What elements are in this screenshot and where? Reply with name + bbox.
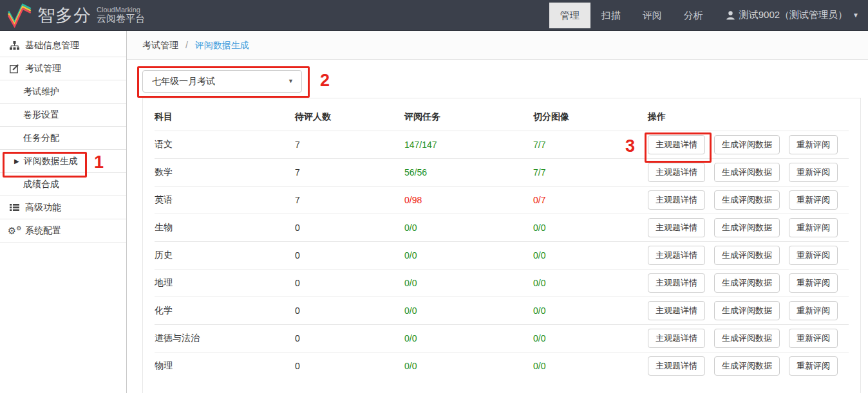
tab-analyze[interactable]: 分析 [673,3,714,28]
re-review-button[interactable]: 重新评阅 [789,135,838,154]
sidebar-item-label: 高级功能 [25,202,61,214]
edit-icon [9,64,20,73]
generate-review-data-button[interactable]: 生成评阅数据 [714,273,780,293]
caret-down-icon: ▼ [853,12,859,19]
sidebar-item-paper-setting[interactable]: 卷形设置 [0,104,126,127]
subjective-detail-button[interactable]: 主观题详情 [648,301,705,320]
generate-review-data-button[interactable]: 生成评阅数据 [714,329,780,348]
gears-icon: ⚙⚙ [9,226,20,235]
pending-cell: 0 [295,297,404,325]
re-review-button[interactable]: 重新评阅 [789,246,838,265]
sidebar-item-label: 评阅数据生成 [24,156,78,167]
pending-cell: 0 [295,270,404,297]
table-row: 历史 0 0/0 0/0 主观题详情生成评阅数据重新评阅 [155,242,849,270]
generate-review-data-button[interactable]: 生成评阅数据 [714,135,780,154]
table-row: 化学 0 0/0 0/0 主观题详情生成评阅数据重新评阅 [155,297,849,325]
table-header-row: 科目 待评人数 评阅任务 切分图像 操作 [155,102,849,131]
table-row: 生物 0 0/0 0/0 主观题详情生成评阅数据重新评阅 [155,214,849,242]
tab-scan[interactable]: 扫描 [590,3,632,28]
images-cell: 7/7 [533,159,648,187]
subjective-detail-button[interactable]: 主观题详情 [648,135,705,154]
re-review-button[interactable]: 重新评阅 [789,356,838,376]
list-icon [9,203,20,212]
table-row: 语文 7 147/147 7/7 主观题详情生成评阅数据重新评阅 [155,131,849,159]
subjective-detail-button[interactable]: 主观题详情 [648,246,705,265]
tasks-cell: 0/0 [404,297,533,325]
sidebar-item-exam-manage[interactable]: 考试管理 [0,57,126,80]
sidebar-item-advanced[interactable]: 高级功能 [0,196,126,219]
sidebar-item-basic-info[interactable]: 基础信息管理 [0,34,126,57]
sidebar-item-task-assign[interactable]: 任务分配 [0,127,126,150]
sidebar-item-label: 考试管理 [25,63,61,75]
breadcrumb-parent: 考试管理 [142,40,178,50]
subjective-detail-button[interactable]: 主观题详情 [648,273,705,293]
top-nav: 管理 扫描 评阅 分析 测试9002（测试管理员） ▼ [549,0,868,31]
sidebar-item-label: 系统配置 [25,225,61,237]
re-review-button[interactable]: 重新评阅 [789,218,838,237]
user-menu[interactable]: 测试9002（测试管理员） ▼ [726,9,859,21]
subjective-detail-button[interactable]: 主观题详情 [648,218,705,237]
generate-review-data-button[interactable]: 生成评阅数据 [714,190,780,210]
pending-cell: 0 [295,214,404,242]
subject-cell: 英语 [155,187,295,214]
sidebar-item-review-data-generate[interactable]: ▶ 评阅数据生成 [0,150,126,173]
subject-cell: 地理 [155,270,295,297]
subjective-detail-button[interactable]: 主观题详情 [648,190,705,210]
brand-tagline: CloudMarking 云阅卷平台 [97,6,145,24]
tab-manage[interactable]: 管理 [549,3,590,28]
col-pending: 待评人数 [295,102,404,131]
breadcrumb: 考试管理 / 评阅数据生成 [127,31,868,60]
images-cell: 0/0 [533,325,648,352]
table-row: 物理 0 0/0 0/0 主观题详情生成评阅数据重新评阅 [155,352,849,380]
sidebar-item-system-config[interactable]: ⚙⚙ 系统配置 [0,219,126,242]
generate-review-data-button[interactable]: 生成评阅数据 [714,163,780,182]
re-review-button[interactable]: 重新评阅 [789,329,838,348]
sitemap-icon [9,41,20,50]
sidebar-item-label: 卷形设置 [23,109,59,121]
generate-review-data-button[interactable]: 生成评阅数据 [714,356,780,376]
re-review-button[interactable]: 重新评阅 [789,163,838,182]
main-content: 考试管理 / 评阅数据生成 七年级一月考试 ▼ 科目 待评人数 评阅任务 切分 [127,31,868,393]
subjective-detail-button[interactable]: 主观题详情 [648,329,705,348]
sidebar-item-score-compose[interactable]: 成绩合成 [0,173,126,196]
sidebar-item-exam-maintain[interactable]: 考试维护 [0,80,126,104]
re-review-button[interactable]: 重新评阅 [789,301,838,320]
images-cell: 0/0 [533,270,648,297]
images-cell: 7/7 [533,131,648,159]
pending-cell: 7 [295,187,404,214]
breadcrumb-current[interactable]: 评阅数据生成 [195,40,249,50]
re-review-button[interactable]: 重新评阅 [789,190,838,210]
sidebar-item-label: 成绩合成 [23,179,59,190]
subject-cell: 历史 [155,242,295,270]
table-row: 地理 0 0/0 0/0 主观题详情生成评阅数据重新评阅 [155,270,849,297]
generate-review-data-button[interactable]: 生成评阅数据 [714,301,780,320]
tasks-cell: 0/0 [404,352,533,380]
generate-review-data-button[interactable]: 生成评阅数据 [714,246,780,265]
table-row: 英语 7 0/98 0/7 主观题详情生成评阅数据重新评阅 [155,187,849,214]
col-tasks: 评阅任务 [404,102,533,131]
tab-review[interactable]: 评阅 [632,3,673,28]
images-cell: 0/0 [533,297,648,325]
exam-select[interactable]: 七年级一月考试 ▼ [142,70,302,93]
images-cell: 0/0 [533,242,648,270]
subjective-detail-button[interactable]: 主观题详情 [648,163,705,182]
exam-select-value: 七年级一月考试 [152,76,215,86]
col-subject: 科目 [155,102,295,131]
tasks-cell: 56/56 [404,159,533,187]
col-actions: 操作 [648,102,849,131]
subject-cell: 数学 [155,159,295,187]
select-caret-icon: ▼ [288,71,294,92]
pending-cell: 0 [295,325,404,352]
subject-cell: 语文 [155,131,295,159]
images-cell: 0/7 [533,187,648,214]
images-cell: 0/0 [533,352,648,380]
tasks-cell: 0/0 [404,242,533,270]
table-row: 道德与法治 0 0/0 0/0 主观题详情生成评阅数据重新评阅 [155,325,849,352]
brand: 智多分 CloudMarking 云阅卷平台 [0,3,145,28]
tasks-cell: 0/98 [404,187,533,214]
caret-right-icon: ▶ [14,158,19,165]
generate-review-data-button[interactable]: 生成评阅数据 [714,218,780,237]
subjective-detail-button[interactable]: 主观题详情 [648,356,705,376]
re-review-button[interactable]: 重新评阅 [789,273,838,293]
subject-cell: 生物 [155,214,295,242]
